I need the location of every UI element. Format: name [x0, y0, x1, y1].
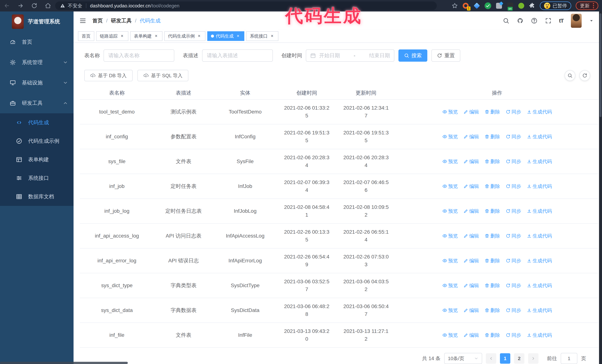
- bookmark-star-icon[interactable]: [452, 3, 458, 9]
- sync-action-link[interactable]: 同步: [506, 108, 521, 116]
- home-icon[interactable]: [45, 3, 51, 9]
- sidebar-item-codegen[interactable]: 代码生成: [0, 113, 74, 132]
- extension-orange-icon[interactable]: 1: [462, 2, 469, 9]
- sync-action-link[interactable]: 同步: [506, 157, 521, 166]
- edit-action-link[interactable]: 编辑: [463, 257, 479, 265]
- extension-grid-icon[interactable]: [496, 2, 502, 9]
- preview-action-link[interactable]: 预览: [442, 306, 458, 314]
- sync-action-link[interactable]: 同步: [506, 257, 521, 265]
- tab-system-api[interactable]: 系统接口×: [246, 31, 279, 41]
- hamburger-icon[interactable]: [79, 17, 86, 24]
- sidebar-item-infra[interactable]: 基础设施: [0, 73, 74, 93]
- help-icon[interactable]: [531, 17, 538, 24]
- github-icon[interactable]: [517, 17, 524, 24]
- horizontal-scrollbar-thumb[interactable]: [0, 362, 128, 364]
- refresh-table-button[interactable]: [580, 70, 590, 81]
- sync-action-link[interactable]: 同步: [506, 182, 521, 190]
- tab-home[interactable]: 首页: [78, 31, 94, 41]
- edit-action-link[interactable]: 编辑: [463, 331, 479, 339]
- delete-action-link[interactable]: 删除: [484, 157, 500, 166]
- extension-gem-icon[interactable]: [473, 2, 480, 9]
- table-desc-input[interactable]: [202, 49, 273, 62]
- generate-action-link[interactable]: 生成代码: [527, 182, 552, 190]
- date-range-picker[interactable]: 开始日期 - 结束日期: [306, 49, 394, 62]
- next-page-button[interactable]: [528, 353, 538, 364]
- generate-action-link[interactable]: 生成代码: [527, 331, 552, 339]
- generate-action-link[interactable]: 生成代码: [527, 207, 552, 215]
- edit-action-link[interactable]: 编辑: [463, 306, 479, 314]
- delete-action-link[interactable]: 删除: [484, 331, 500, 339]
- page-size-select[interactable]: 10条/页: [444, 353, 482, 364]
- toggle-search-button[interactable]: [565, 70, 575, 81]
- sync-action-link[interactable]: 同步: [506, 281, 521, 290]
- delete-action-link[interactable]: 删除: [484, 182, 500, 190]
- extension-check-icon[interactable]: [484, 2, 491, 9]
- extension-green-icon[interactable]: [518, 2, 525, 9]
- edit-action-link[interactable]: 编辑: [463, 232, 479, 240]
- delete-action-link[interactable]: 删除: [484, 257, 500, 265]
- generate-action-link[interactable]: 生成代码: [527, 232, 552, 240]
- preview-action-link[interactable]: 预览: [442, 207, 458, 215]
- preview-action-link[interactable]: 预览: [442, 281, 458, 290]
- generate-action-link[interactable]: 生成代码: [527, 157, 552, 166]
- font-size-icon[interactable]: tT: [559, 18, 563, 24]
- edit-action-link[interactable]: 编辑: [463, 182, 479, 190]
- goto-page-input[interactable]: [561, 353, 577, 364]
- header-search-icon[interactable]: [503, 17, 509, 24]
- app-logo[interactable]: 芋道管理系统: [0, 11, 74, 32]
- sidebar-item-db-doc[interactable]: 数据库文档: [0, 187, 74, 206]
- preview-action-link[interactable]: 预览: [442, 257, 458, 265]
- vertical-scrollbar-thumb[interactable]: [600, 13, 602, 117]
- close-tab-icon[interactable]: ×: [154, 33, 159, 39]
- sidebar-item-home[interactable]: 首页: [0, 32, 74, 52]
- edit-action-link[interactable]: 编辑: [463, 281, 479, 290]
- extension-on-icon[interactable]: on: [507, 2, 514, 9]
- tab-tracing[interactable]: 链路追踪×: [96, 31, 128, 41]
- sync-action-link[interactable]: 同步: [506, 207, 521, 215]
- sidebar-item-codegen-example[interactable]: 代码生成示例: [0, 132, 74, 150]
- generate-action-link[interactable]: 生成代码: [527, 257, 552, 265]
- prev-page-button[interactable]: [486, 353, 496, 364]
- page-button-1[interactable]: 1: [500, 353, 510, 364]
- preview-action-link[interactable]: 预览: [442, 108, 458, 116]
- vertical-scrollbar[interactable]: [599, 11, 602, 364]
- breadcrumb-item[interactable]: 首页: [92, 17, 103, 24]
- tab-form-builder[interactable]: 表单构建×: [130, 31, 162, 41]
- sidebar-item-system-api[interactable]: 系统接口: [0, 169, 74, 187]
- user-avatar[interactable]: [571, 14, 582, 28]
- sidebar-item-form-builder[interactable]: 表单构建: [0, 150, 74, 169]
- preview-action-link[interactable]: 预览: [442, 133, 458, 141]
- delete-action-link[interactable]: 删除: [484, 232, 500, 240]
- reload-icon[interactable]: [31, 3, 37, 9]
- preview-action-link[interactable]: 预览: [442, 232, 458, 240]
- breadcrumb-item[interactable]: 研发工具: [111, 17, 132, 24]
- sync-action-link[interactable]: 同步: [506, 232, 521, 240]
- close-tab-icon[interactable]: ×: [269, 33, 275, 39]
- generate-action-link[interactable]: 生成代码: [527, 108, 552, 116]
- sidebar-item-system[interactable]: 系统管理: [0, 52, 74, 73]
- browser-update-button[interactable]: 更新: [576, 1, 598, 10]
- close-tab-icon[interactable]: ×: [196, 33, 202, 39]
- delete-action-link[interactable]: 删除: [484, 108, 500, 116]
- close-tab-icon[interactable]: ×: [236, 33, 241, 39]
- delete-action-link[interactable]: 删除: [484, 306, 500, 314]
- end-date-placeholder[interactable]: 结束日期: [362, 52, 390, 59]
- import-sql-button[interactable]: 基于 SQL 导入: [138, 70, 189, 81]
- generate-action-link[interactable]: 生成代码: [527, 281, 552, 290]
- search-button[interactable]: 搜索: [398, 49, 427, 62]
- close-tab-icon[interactable]: ×: [119, 33, 125, 39]
- edit-action-link[interactable]: 编辑: [463, 157, 479, 166]
- preview-action-link[interactable]: 预览: [442, 157, 458, 166]
- forward-icon[interactable]: [17, 3, 24, 9]
- preview-action-link[interactable]: 预览: [442, 331, 458, 339]
- import-db-button[interactable]: 基于 DB 导入: [84, 70, 133, 81]
- address-bar[interactable]: 不安全 dashboard.yudao.iocoder.cn/tool/code…: [55, 1, 437, 10]
- delete-action-link[interactable]: 删除: [484, 281, 500, 290]
- sync-action-link[interactable]: 同步: [506, 133, 521, 141]
- user-caret-down-icon[interactable]: [589, 18, 594, 23]
- generate-action-link[interactable]: 生成代码: [527, 306, 552, 314]
- delete-action-link[interactable]: 删除: [484, 207, 500, 215]
- breadcrumb-item[interactable]: 代码生成: [140, 17, 161, 24]
- extensions-puzzle-icon[interactable]: [529, 3, 535, 9]
- profile-paused-badge[interactable]: 已暂停: [540, 1, 571, 10]
